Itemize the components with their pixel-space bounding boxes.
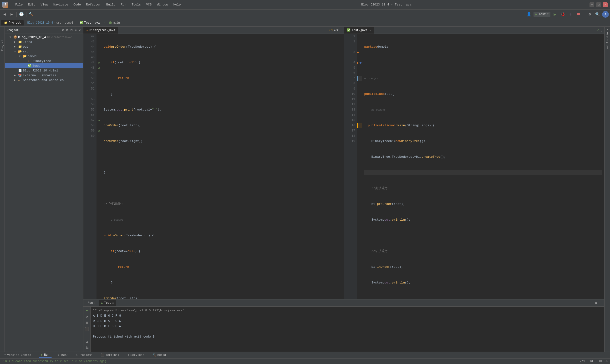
breadcrumb-project[interactable]: Blog_J2023_10_4 xyxy=(27,21,53,25)
breadcrumb-demo1[interactable]: demo1 xyxy=(65,21,73,25)
run-rerun-btn[interactable]: ↺ xyxy=(84,314,90,319)
recent-files-button[interactable]: 🕐 xyxy=(18,11,25,18)
tree-item-test[interactable]: ▶ ✅ Test xyxy=(5,63,83,68)
project-tab[interactable]: 📁 Project xyxy=(1,20,24,26)
iml-label: Blog_J2023_10_4.iml xyxy=(23,69,58,72)
charset-text: UTF-8 xyxy=(599,360,608,363)
main-tab[interactable]: ⬤ main xyxy=(106,20,123,26)
version-control-label: Version Control xyxy=(7,353,33,357)
run-filter-btn[interactable]: ⊟ xyxy=(84,339,90,344)
left-code-content[interactable]: void preOrder(TreeNode root) { if (root … xyxy=(101,34,344,299)
avatar-button[interactable]: A xyxy=(602,11,609,18)
toolbar-separator-3 xyxy=(584,12,584,17)
menu-run[interactable]: Run xyxy=(118,2,129,7)
bottom-tab-problems[interactable]: ⚠ Problems xyxy=(73,352,95,358)
panel-collapse-icon[interactable]: ⊟ xyxy=(70,28,73,33)
coverage-button[interactable]: ☂ xyxy=(567,11,574,18)
run-config-selector[interactable]: ▶ Test ▼ xyxy=(533,12,550,17)
tree-item-binarytree[interactable]: ▶ ☕ BinaryTree xyxy=(5,59,83,63)
charset[interactable]: UTF-8 xyxy=(599,360,608,363)
tree-item-root[interactable]: ▼ 📦 Blog_J2023_10_4 D:\Project\JAVA\ xyxy=(5,35,83,39)
run-play-btn[interactable]: ▶ xyxy=(84,308,90,313)
menu-file[interactable]: File xyxy=(13,2,25,7)
run-test-icon: ▶ xyxy=(101,301,103,305)
bottom-tab-terminal[interactable]: ⬛ Terminal xyxy=(98,352,122,358)
test-tab[interactable]: ✅ Test.java xyxy=(77,20,103,26)
maximize-button[interactable]: □ xyxy=(596,2,601,7)
run-print-btn[interactable]: 🖶 xyxy=(84,345,90,351)
tree-item-idea[interactable]: ▶ 📁 .idea xyxy=(5,39,83,44)
minimize-button[interactable]: — xyxy=(589,2,594,7)
panel-gear-icon[interactable]: ⚙ xyxy=(62,28,65,33)
cursor-position[interactable]: 7:1 xyxy=(580,360,585,363)
tree-item-out[interactable]: ▶ 📁 out xyxy=(5,44,83,49)
menu-navigate[interactable]: Navigate xyxy=(51,2,71,7)
forward-button[interactable]: ▶ xyxy=(8,11,15,18)
src-folder-icon: 📂 xyxy=(18,50,22,53)
run-gutter-59[interactable]: ↺ xyxy=(98,129,100,133)
right-run-arrow-4: ▶ xyxy=(357,61,359,65)
menu-refactor[interactable]: Refactor xyxy=(84,2,103,7)
right-code-editor[interactable]: 1 2 · 3 · 4 5 6 7 8 9 10 11 12 1 xyxy=(344,34,605,299)
left-code-editor[interactable]: 42 43 44 45 46 47 48 49 50 51 52 · 53 54 xyxy=(83,34,344,299)
run-test-tab[interactable]: ▶ Test ✕ xyxy=(99,300,116,306)
project-label-vertical[interactable]: Project xyxy=(0,39,4,52)
menu-vcs[interactable]: VCS xyxy=(144,2,154,7)
build-button[interactable]: 🔨 xyxy=(28,11,35,18)
tree-item-scratches[interactable]: ▶ ✏️ Scratches and Consoles xyxy=(5,78,83,82)
run-gutter-57[interactable]: ↺ xyxy=(98,119,100,122)
right-code-content[interactable]: package demo1; no usages public class Te… xyxy=(362,34,605,299)
bottom-tab-build[interactable]: 🔨 Build xyxy=(150,352,168,358)
search-everywhere-button[interactable]: 🔍 xyxy=(594,11,601,18)
bottom-tab-run[interactable]: ▶ Run xyxy=(39,352,52,358)
run-gutter-47[interactable]: ↺ xyxy=(98,61,100,65)
run-test-tab-close[interactable]: ✕ xyxy=(112,302,114,305)
stop-button[interactable]: ⏹ xyxy=(575,11,582,18)
menu-view[interactable]: View xyxy=(38,2,50,7)
run-button[interactable]: ▶ xyxy=(552,11,558,18)
tree-item-iml[interactable]: ▶ 📄 Blog_J2023_10_4.iml xyxy=(5,68,83,73)
panel-settings-icon[interactable]: ≡ xyxy=(74,28,77,33)
terminal-label: Terminal xyxy=(105,353,119,357)
run-settings-icon[interactable]: ⚙ xyxy=(594,300,597,306)
tree-item-demo1[interactable]: ▼ 📂 demo1 xyxy=(5,54,83,59)
project-tree: ▼ 📦 Blog_J2023_10_4 D:\Project\JAVA\ ▶ 📁… xyxy=(5,34,83,351)
run-output: "C:\Program Files\Java\jdk1.8.0_192\bin\… xyxy=(91,307,604,351)
tree-item-src[interactable]: ▼ 📂 src xyxy=(5,49,83,54)
menu-edit[interactable]: Edit xyxy=(26,2,38,7)
run-scroll-btn[interactable]: ↓ xyxy=(84,333,90,338)
menu-tools[interactable]: Tools xyxy=(129,2,143,7)
panel-close-icon[interactable]: ✕ xyxy=(78,28,81,33)
settings-button[interactable]: ⚙ xyxy=(586,11,593,18)
breadcrumb-src[interactable]: src xyxy=(56,21,62,25)
src-arrow-icon: ▼ xyxy=(14,50,18,53)
menu-window[interactable]: Window xyxy=(155,2,171,7)
run-restore-btn[interactable]: ⬛ xyxy=(84,327,90,332)
tree-item-external-libs[interactable]: ▶ 📚 External Libraries xyxy=(5,73,83,78)
debug-button[interactable]: 🐞 xyxy=(559,11,566,18)
run-stop-btn[interactable]: ⏹ xyxy=(84,320,90,325)
menu-build[interactable]: Build xyxy=(104,2,118,7)
nav-down-icon[interactable]: ▼ xyxy=(337,28,338,32)
panel-expand-icon[interactable]: ⊞ xyxy=(66,28,69,33)
back-button[interactable]: ◀ xyxy=(1,11,8,18)
binary-tree-tab[interactable]: ☕ BinaryTree.java xyxy=(83,27,118,34)
bottom-tab-services[interactable]: ⚙ Services xyxy=(125,352,146,358)
menu-code[interactable]: Code xyxy=(71,2,83,7)
menu-help[interactable]: Help xyxy=(171,2,183,7)
run-gutter-48[interactable]: ↺ xyxy=(98,66,100,70)
run-output-2: D B E H A F C G xyxy=(93,318,602,324)
test-java-tab[interactable]: ✅ Test.java ✕ xyxy=(344,27,374,34)
line-ending[interactable]: CRLF xyxy=(589,360,596,363)
profile-button[interactable]: 👤 xyxy=(526,11,532,18)
close-button[interactable]: ✕ xyxy=(603,2,608,7)
bottom-tab-version-control[interactable]: ⑂ Version Control xyxy=(2,353,35,358)
run-minimize-icon[interactable]: — xyxy=(599,300,602,306)
notifications-label[interactable]: Notifications xyxy=(605,28,610,51)
right-pane-menu-icon[interactable]: ⋮ xyxy=(600,28,603,32)
test-java-tab-close[interactable]: ✕ xyxy=(370,29,371,32)
bottom-tab-todo[interactable]: ☑ TODO xyxy=(55,352,70,358)
todo-label: TODO xyxy=(61,353,67,357)
nav-up-icon[interactable]: ▲ xyxy=(334,28,336,32)
left-pane-menu-icon[interactable]: ⋮ xyxy=(339,28,343,32)
